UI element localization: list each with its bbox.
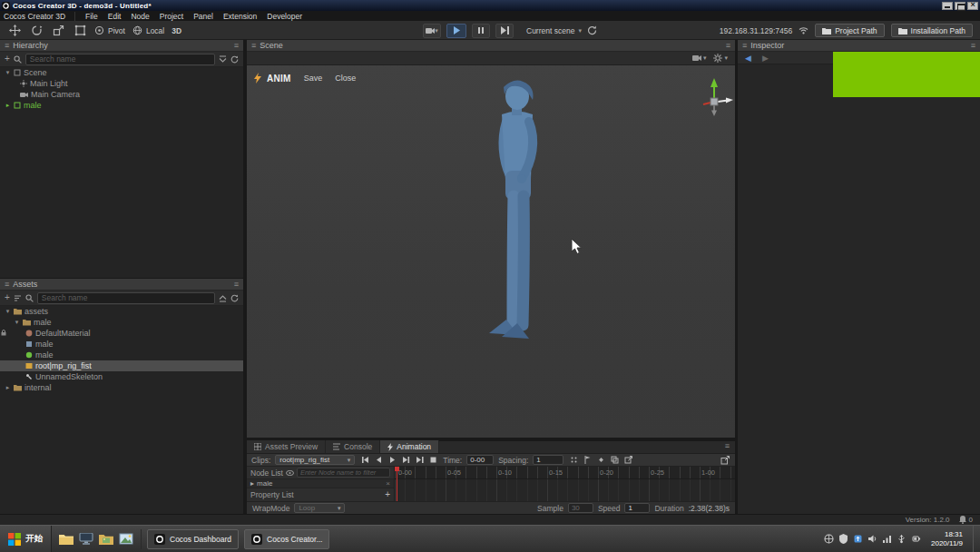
move-tool-icon[interactable] (7, 24, 22, 38)
show-desktop-button[interactable] (973, 526, 976, 552)
tree-item-internal[interactable]: ▸ internal (0, 382, 243, 393)
assets-header[interactable]: ≡ Assets ≡ (0, 279, 243, 291)
tab-assets-preview[interactable]: Assets Preview (247, 440, 326, 453)
project-path-button[interactable]: Project Path (815, 24, 884, 37)
mode-3d-toggle[interactable]: 3D (172, 26, 181, 35)
view-settings-dropdown[interactable]: ▾ (713, 54, 728, 63)
add-node-icon[interactable]: + (5, 54, 10, 64)
scene-header[interactable]: ≡ Scene ≡ (247, 40, 735, 52)
flag-icon[interactable] (582, 455, 593, 466)
tray-update-icon[interactable] (853, 534, 863, 544)
taskbar-clock[interactable]: 18:31 2020/11/9 (926, 530, 968, 548)
rotate-tool-icon[interactable] (29, 24, 44, 38)
tray-volume-icon[interactable] (867, 534, 877, 544)
character-model[interactable] (476, 78, 563, 350)
tree-item-male-prefab[interactable]: male (0, 350, 243, 360)
previous-frame-icon[interactable] (373, 455, 384, 466)
add-asset-icon[interactable]: + (5, 293, 10, 302)
tree-item-main-camera[interactable]: Main Camera (0, 89, 243, 100)
close-icon[interactable]: × (386, 479, 390, 488)
menu-file[interactable]: File (85, 12, 98, 21)
expand-all-icon[interactable] (219, 55, 227, 64)
scene-camera-button[interactable]: ▾ (423, 24, 441, 38)
close-icon[interactable] (967, 2, 978, 10)
tree-item-assets-root[interactable]: ▾ assets (0, 306, 243, 317)
next-frame-icon[interactable] (400, 455, 411, 466)
chevron-down-icon[interactable]: ▾ (14, 319, 20, 326)
sort-icon[interactable] (14, 294, 22, 302)
tree-item-defaultmaterial[interactable]: DefaultMaterial (0, 328, 243, 339)
tray-language-icon[interactable] (824, 534, 834, 544)
menu-developer[interactable]: Developer (267, 12, 302, 21)
minimize-icon[interactable] (942, 2, 953, 10)
tree-item-male-folder[interactable]: ▾ male (0, 317, 243, 328)
pause-button[interactable] (472, 24, 490, 38)
timeline-tracks[interactable] (395, 479, 735, 501)
tab-console[interactable]: Console (326, 440, 380, 453)
dots-grid-icon[interactable] (568, 455, 579, 466)
sample-input[interactable] (568, 503, 593, 513)
menu-app[interactable]: Cocos Creator 3D (4, 12, 75, 21)
time-input[interactable] (466, 455, 494, 465)
add-key-icon[interactable] (595, 455, 606, 466)
add-property-button[interactable]: + (385, 490, 390, 499)
panel-menu-icon[interactable]: ≡ (725, 441, 730, 450)
play-button[interactable] (446, 24, 466, 38)
panel-menu-icon[interactable]: ≡ (234, 280, 239, 289)
chevron-right-icon[interactable]: ▸ (250, 479, 254, 488)
start-button[interactable]: 开始 (0, 526, 52, 552)
rect-tool-icon[interactable] (73, 24, 87, 38)
clip-select[interactable]: root|mp_rig_fist ▾ (275, 455, 355, 465)
menu-edit[interactable]: Edit (108, 12, 122, 21)
pivot-toggle[interactable]: Pivot (94, 25, 125, 35)
copy-icon[interactable] (609, 455, 620, 466)
tree-item-scene[interactable]: ▾ Scene (0, 67, 243, 78)
tree-item-skeleton[interactable]: UnnamedSkeleton (0, 371, 243, 382)
folder-icon[interactable] (59, 533, 74, 545)
inspector-header[interactable]: ≡ Inspector ≡ (738, 40, 980, 52)
search-icon[interactable] (14, 55, 22, 64)
node-list-item-male[interactable]: ▸ male × (247, 479, 394, 488)
refresh-icon[interactable] (230, 294, 239, 302)
scene-select[interactable]: Current scene ▾ (526, 26, 582, 35)
hierarchy-search-input[interactable] (25, 54, 215, 65)
local-toggle[interactable]: Local (132, 25, 164, 35)
panel-menu-icon[interactable]: ≡ (726, 41, 730, 50)
panel-menu-icon[interactable]: ≡ (971, 41, 975, 50)
computer-icon[interactable] (79, 533, 93, 545)
eye-icon[interactable] (286, 470, 294, 476)
installation-path-button[interactable]: Installation Path (891, 24, 973, 37)
step-button[interactable] (495, 24, 514, 38)
chevron-down-icon[interactable]: ▾ (5, 308, 11, 315)
play-icon[interactable] (387, 455, 397, 466)
refresh-icon[interactable] (587, 25, 597, 35)
export-icon[interactable] (622, 455, 633, 466)
pictures-icon[interactable] (119, 533, 133, 545)
chevron-right-icon[interactable]: ▸ (5, 102, 11, 109)
tab-animation[interactable]: Animation (380, 440, 439, 453)
tray-usb-icon[interactable] (897, 534, 906, 544)
menu-extension[interactable]: Extension (223, 12, 257, 21)
skip-to-start-icon[interactable] (359, 455, 370, 466)
tray-power-icon[interactable] (911, 534, 921, 544)
chevron-right-icon[interactable]: ▸ (5, 384, 11, 391)
axis-gizmo-icon[interactable] (694, 74, 735, 116)
wrapmode-select[interactable]: Loop ▾ (294, 503, 345, 513)
collapse-all-icon[interactable] (219, 294, 227, 302)
menu-panel[interactable]: Panel (193, 12, 213, 21)
playhead[interactable] (397, 467, 397, 501)
scale-tool-icon[interactable] (51, 24, 65, 38)
node-filter-input[interactable] (297, 468, 390, 478)
history-back-icon[interactable]: ◀ (745, 54, 751, 63)
spacing-input[interactable] (533, 455, 564, 465)
taskbar-app-cocos-creator[interactable]: Cocos Creator... (244, 529, 329, 549)
maximize-icon[interactable] (955, 2, 965, 10)
scene-viewport[interactable]: ANIM Save Close (247, 65, 735, 438)
skip-to-end-icon[interactable] (414, 455, 425, 466)
tree-item-animation-clip[interactable]: root|mp_rig_fist (0, 360, 243, 371)
refresh-icon[interactable] (230, 55, 239, 64)
timeline-ruler[interactable]: 0-00 0-05 0-10 0-15 0-20 0-25 1-00 (395, 467, 735, 479)
tree-item-main-light[interactable]: Main Light (0, 78, 243, 89)
search-icon[interactable] (25, 294, 34, 302)
anim-close-button[interactable]: Close (335, 74, 356, 83)
